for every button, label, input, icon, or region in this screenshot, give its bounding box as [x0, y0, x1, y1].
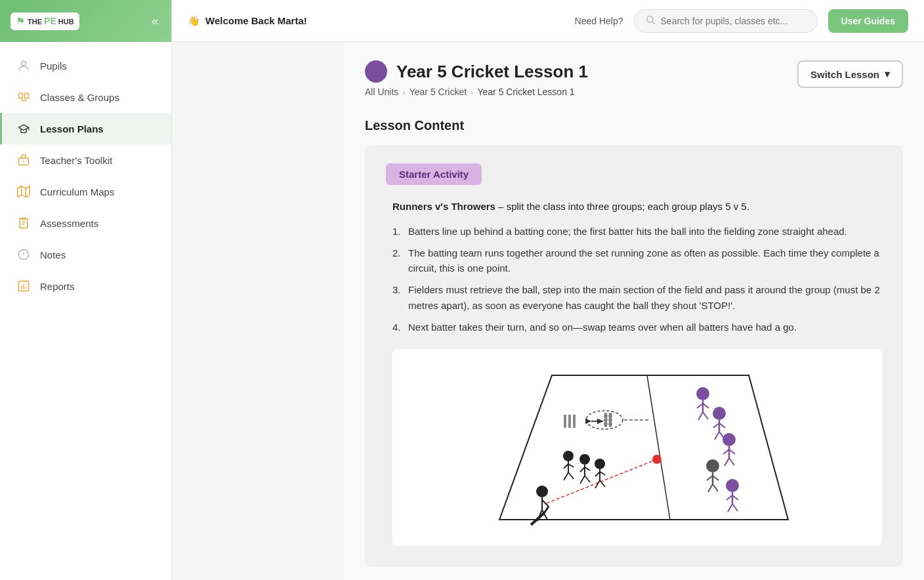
- switch-lesson-button[interactable]: Switch Lesson ▾: [797, 60, 903, 88]
- svg-line-81: [732, 495, 738, 500]
- svg-rect-1: [19, 93, 23, 98]
- sidebar-item-reports[interactable]: Reports: [0, 270, 171, 302]
- svg-line-59: [703, 412, 708, 419]
- svg-line-51: [600, 472, 605, 475]
- sidebar-label-classes: Classes & Groups: [40, 92, 119, 103]
- svg-line-41: [568, 472, 574, 479]
- svg-rect-18: [564, 415, 566, 428]
- svg-line-82: [728, 504, 732, 512]
- map-icon: [16, 184, 31, 199]
- wave-emoji: 👋: [188, 15, 200, 27]
- svg-line-62: [713, 423, 719, 428]
- svg-point-29: [536, 486, 548, 497]
- activity-body: Runners v's Throwers – split the class i…: [386, 199, 882, 546]
- svg-point-42: [579, 454, 590, 465]
- breadcrumb-arrow-2: ›: [471, 87, 473, 97]
- activity-intro-bold: Runners v's Throwers: [392, 201, 495, 212]
- svg-line-75: [713, 476, 719, 480]
- sidebar-label-curriculum-maps: Curriculum Maps: [40, 186, 114, 197]
- sidebar-item-teachers-toolkit[interactable]: Teacher's Toolkit: [0, 144, 171, 176]
- svg-line-17: [647, 375, 670, 520]
- svg-point-14: [646, 16, 652, 22]
- list-item: 4. Next batter takes their turn, and so …: [392, 320, 882, 335]
- svg-line-32: [544, 507, 549, 513]
- sidebar-label-reports: Reports: [40, 281, 75, 292]
- graduation-icon: [16, 121, 31, 136]
- svg-line-39: [568, 464, 574, 467]
- svg-line-44: [580, 467, 585, 472]
- switch-lesson-label: Switch Lesson: [810, 69, 879, 80]
- svg-line-46: [580, 476, 585, 484]
- page-header: Year 5 Cricket Lesson 1 All Units › Year…: [365, 60, 903, 113]
- svg-line-69: [729, 449, 735, 454]
- logo-text: THE PE HUB: [28, 16, 74, 26]
- clipboard-icon: [16, 216, 31, 230]
- breadcrumb-unit[interactable]: Year 5 Cricket: [410, 87, 467, 97]
- svg-rect-19: [568, 415, 571, 428]
- svg-line-70: [724, 458, 729, 466]
- topbar: 👋 Welcome Back Marta! Need Help? User Gu…: [172, 0, 924, 42]
- svg-rect-22: [609, 413, 612, 426]
- starter-activity-card: Starter Activity Runners v's Throwers – …: [365, 145, 903, 567]
- svg-line-50: [595, 472, 600, 476]
- sidebar-label-pupils: Pupils: [40, 60, 67, 72]
- help-link[interactable]: Need Help?: [575, 16, 623, 26]
- title-row: Year 5 Cricket Lesson 1: [365, 60, 588, 83]
- svg-line-52: [595, 480, 600, 488]
- sidebar-item-notes[interactable]: Notes: [0, 239, 171, 270]
- sidebar-nav: Pupils Classes & Groups Lesson Plans: [0, 42, 171, 580]
- breadcrumb-all-units[interactable]: All Units: [365, 87, 398, 97]
- search-icon: [645, 14, 656, 28]
- activity-intro: Runners v's Throwers – split the class i…: [392, 199, 882, 215]
- svg-line-64: [715, 432, 719, 440]
- sidebar-label-teachers-toolkit: Teacher's Toolkit: [40, 155, 112, 166]
- svg-rect-21: [604, 413, 607, 426]
- svg-point-48: [595, 459, 605, 469]
- svg-point-78: [726, 479, 739, 492]
- svg-point-54: [696, 387, 709, 400]
- cricket-diagram: [392, 349, 882, 546]
- svg-line-57: [703, 404, 709, 408]
- svg-line-74: [707, 476, 713, 480]
- logo-flag-icon: ⚑: [16, 15, 25, 28]
- search-input[interactable]: [661, 16, 807, 26]
- sidebar-collapse-button[interactable]: «: [149, 12, 161, 31]
- logo[interactable]: ⚑ THE PE HUB: [10, 12, 79, 30]
- activity-intro-rest: – split the class into three groups; eac…: [495, 201, 749, 212]
- search-bar[interactable]: [634, 9, 818, 33]
- chevron-down-icon: ▾: [885, 68, 890, 80]
- svg-line-58: [698, 412, 703, 420]
- main-content: Year 5 Cricket Lesson 1 All Units › Year…: [344, 42, 924, 580]
- activity-steps-list: 1. Batters line up behind a batting cone…: [392, 224, 882, 335]
- list-item: 3. Fielders must retrieve the ball, step…: [392, 282, 882, 313]
- sidebar-item-lesson-plans[interactable]: Lesson Plans: [0, 113, 171, 144]
- notes-icon: [16, 247, 31, 262]
- sidebar-item-assessments[interactable]: Assessments: [0, 207, 171, 239]
- svg-line-71: [729, 458, 734, 465]
- breadcrumb-arrow-1: ›: [402, 87, 405, 97]
- sidebar-label-notes: Notes: [40, 249, 66, 260]
- step-3-text: Fielders must retrieve the ball, step in…: [408, 282, 882, 313]
- svg-marker-6: [18, 186, 30, 197]
- svg-point-0: [22, 61, 26, 66]
- list-item: 1. Batters line up behind a batting cone…: [392, 224, 882, 239]
- lesson-color-dot: [365, 60, 387, 83]
- step-1-text: Batters line up behind a batting cone; t…: [408, 224, 847, 239]
- step-2-text: The batting team runs together around th…: [408, 245, 882, 276]
- svg-line-68: [723, 449, 729, 454]
- sidebar-item-classes[interactable]: Classes & Groups: [0, 81, 171, 113]
- sidebar-item-curriculum-maps[interactable]: Curriculum Maps: [0, 176, 171, 207]
- lesson-content-section: Lesson Content Starter Activity Runners …: [365, 118, 903, 567]
- svg-line-45: [585, 467, 590, 470]
- svg-line-83: [732, 504, 738, 511]
- user-guide-button[interactable]: User Guides: [828, 9, 908, 33]
- breadcrumb-current: Year 5 Cricket Lesson 1: [477, 87, 574, 97]
- sidebar-item-pupils[interactable]: Pupils: [0, 50, 171, 81]
- list-item: 2. The batting team runs together around…: [392, 245, 882, 276]
- sidebar-label-assessments: Assessments: [40, 218, 98, 229]
- svg-point-66: [723, 433, 736, 446]
- reports-icon: [16, 279, 31, 293]
- svg-line-38: [564, 464, 568, 468]
- welcome-message: 👋 Welcome Back Marta!: [188, 15, 307, 27]
- svg-line-40: [564, 472, 568, 480]
